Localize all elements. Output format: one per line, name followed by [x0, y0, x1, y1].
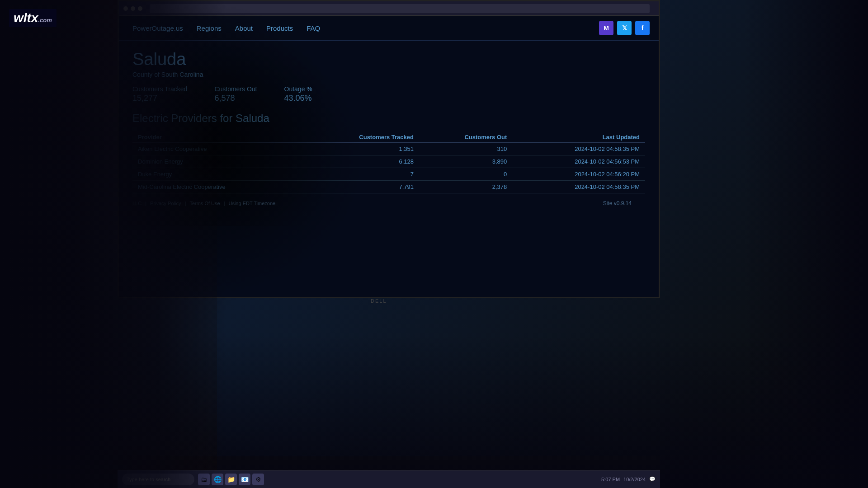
col-header-updated: Last Updated	[512, 132, 645, 143]
presenter-overlay	[0, 0, 226, 488]
taskbar-right-area: 5:07 PM 10/2/2024 💬	[601, 476, 656, 482]
stat-outage-pct-label: Outage %	[284, 85, 312, 93]
stat-outage-pct-value: 43.06%	[284, 94, 312, 103]
col-header-tracked: Customers Tracked	[305, 132, 419, 143]
taskbar-icon-4[interactable]: 📧	[239, 474, 250, 485]
cell-tracked-1: 6,128	[305, 155, 419, 168]
stat-outage-pct: Outage % 43.06%	[284, 85, 312, 103]
twitter-icon[interactable]: 𝕏	[617, 21, 632, 35]
studio-right-panel	[660, 0, 868, 488]
cell-tracked-2: 7	[305, 168, 419, 181]
site-version: Site v0.9.14	[603, 200, 632, 206]
nav-about[interactable]: About	[235, 24, 253, 32]
footer-timezone: Using EDT Timezone	[228, 201, 275, 206]
dell-logo: DELL	[371, 298, 387, 304]
taskbar-date: 10/2/2024	[623, 477, 646, 482]
cell-out-2: 0	[419, 168, 512, 181]
nav-faq[interactable]: FAQ	[307, 24, 320, 32]
taskbar-icon-5[interactable]: ⚙	[252, 474, 264, 485]
taskbar-notification-icon[interactable]: 💬	[649, 476, 656, 482]
col-header-out: Customers Out	[419, 132, 512, 143]
cell-updated-2: 2024-10-02 04:56:20 PM	[512, 168, 645, 181]
cell-out-0: 310	[419, 143, 512, 155]
cell-updated-0: 2024-10-02 04:58:35 PM	[512, 143, 645, 155]
facebook-icon[interactable]: f	[635, 21, 650, 35]
taskbar-time: 5:07 PM	[601, 477, 620, 482]
cell-tracked-0: 1,351	[305, 143, 419, 155]
social-icons: M 𝕏 f	[599, 21, 650, 35]
cell-out-1: 3,890	[419, 155, 512, 168]
cell-updated-1: 2024-10-02 04:56:53 PM	[512, 155, 645, 168]
cell-out-3: 2,378	[419, 181, 512, 193]
cell-updated-3: 2024-10-02 04:58:35 PM	[512, 181, 645, 193]
cell-tracked-3: 7,791	[305, 181, 419, 193]
taskbar-icon-3[interactable]: 📁	[225, 474, 237, 485]
station-logo: wltx.com	[9, 9, 57, 27]
nav-products[interactable]: Products	[266, 24, 293, 32]
station-logo-text: wltx.com	[14, 11, 52, 25]
mastodon-icon[interactable]: M	[599, 21, 613, 35]
